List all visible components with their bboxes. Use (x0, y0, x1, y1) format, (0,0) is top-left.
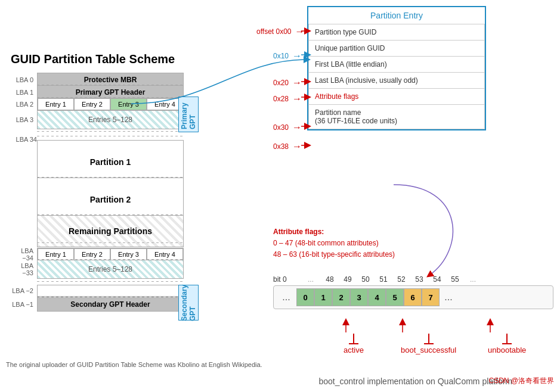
bit-cell-1: 1 (314, 288, 332, 306)
lba-neg33-label: LBA −33 (11, 262, 37, 276)
bit-num-51: 51 (375, 275, 392, 284)
offset-0x00-text: offset 0x00 (256, 27, 292, 36)
lba0-label: LBA 0 (11, 76, 37, 83)
partition-entry-title: Partition Entry (308, 7, 485, 24)
bit-dots-left: ... (276, 292, 296, 303)
active-label: active (344, 346, 364, 354)
offset-0x30-text: 0x30 (273, 123, 289, 132)
secondary-gpt-label: Secondary GPT (178, 285, 199, 321)
bit-cell-7: 7 (422, 288, 440, 306)
entry4-sec-cell: Entry 4 (147, 248, 183, 260)
bit-label: bit 0 (273, 275, 301, 284)
active-label-container: active (344, 334, 364, 354)
entry1-cell: Entry 1 (38, 98, 74, 110)
bit-num-49: 49 (339, 275, 357, 284)
pe-last-lba: Last LBA (inclusive, usually odd) (309, 73, 485, 89)
entry2-sec-cell: Entry 2 (74, 248, 110, 260)
footer-title: boot_control implementation on QualComm … (319, 377, 513, 386)
pe-attr-flags: Attribute flags (309, 89, 485, 105)
entry2-cell: Entry 2 (74, 98, 110, 110)
attr-flags-line2: 48 – 63 (16-bit type-specific attributes… (273, 250, 395, 259)
lba-neg1-label: LBA −1 (11, 301, 37, 308)
offset-0x38-text: 0x38 (273, 142, 289, 151)
pe-partition-name: Partition name(36 UTF-16LE code units) (309, 105, 485, 129)
lba2-label: LBA 2 (11, 101, 37, 108)
offset-0x10-row: 0x10 → (273, 51, 302, 61)
unbootable-label-container: unbootable (488, 334, 526, 354)
offset-0x30-row: 0x30 → (273, 122, 302, 133)
attr-flags-title: Attribute flags: (273, 228, 324, 236)
bit-num-54: 54 (428, 275, 446, 284)
pe-row-4: Attribute flags (309, 89, 485, 105)
offset-0x20-arrow: → (292, 77, 302, 88)
bit-num-50: 50 (357, 275, 375, 284)
lba1-label: LBA 1 (11, 89, 37, 96)
secondary-header-block: Secondary GPT Header (37, 297, 184, 312)
footer-csdn: CSDN @洛奇看世界 (488, 376, 554, 386)
bit-cell-6: 6 (404, 288, 422, 306)
entry3-cell: Entry 3 (110, 98, 147, 110)
offset-0x28-arrow: → (292, 94, 302, 104)
bit-cell-5: 5 (386, 288, 404, 306)
bit-num-52: 52 (392, 275, 410, 284)
bit-dots-right: ... (440, 292, 457, 303)
bit-cell-4: 4 (368, 288, 386, 306)
offset-0x10-text: 0x10 (273, 52, 289, 60)
bit-ellipsis-left: ... (301, 275, 321, 284)
attr-flags-line1: 0 – 47 (48-bit common attributes) (273, 239, 379, 247)
boot-successful-label: boot_successful (401, 346, 456, 354)
offset-0x00-arrow: → (295, 26, 305, 37)
entry3-sec-cell: Entry 3 (110, 248, 147, 260)
pe-row-1: Unique partition GUID (309, 41, 485, 57)
bit-num-53: 53 (410, 275, 428, 284)
pe-row-0: Partition type GUID (309, 24, 485, 41)
entry4-cell: Entry 4 (147, 98, 183, 110)
lba3-label: LBA 3 (11, 116, 37, 123)
offset-0x38-row: 0x38 → (273, 141, 302, 152)
entries-5-128-secondary: Entries 5–128 (37, 260, 184, 279)
entry1-sec-cell: Entry 1 (38, 248, 74, 260)
boot-successful-label-container: boot_successful (401, 334, 456, 354)
main-title: GUID Partition Table Scheme (11, 52, 175, 66)
offset-0x10-arrow: → (292, 51, 302, 61)
offset-0x28-text: 0x28 (273, 95, 289, 103)
offset-0x20-row: 0x20 → (273, 77, 302, 88)
primary-gpt-label: Primary GPT (178, 97, 199, 132)
bit-ellipsis-right: ... (464, 275, 482, 284)
diagram-container: GUID Partition Table Scheme LBA 0 Protec… (0, 0, 560, 392)
pe-unique-guid: Unique partition GUID (309, 41, 485, 57)
offset-0x30-arrow: → (292, 122, 302, 133)
pe-row-2: First LBA (little endian) (309, 57, 485, 73)
offset-0x38-arrow: → (292, 141, 302, 152)
lba-neg2-label: LBA −2 (11, 287, 37, 294)
footer-attribution: The original uploader of GUID Partition … (6, 361, 262, 368)
pe-type-guid: Partition type GUID (309, 24, 485, 41)
attr-flags-text: Attribute flags: 0 – 47 (48-bit common a… (273, 226, 395, 261)
bit-cell-0: 0 (296, 288, 314, 306)
bit-num-55: 55 (446, 275, 464, 284)
entries-5-128-primary: Entries 5–128 (37, 110, 184, 129)
offset-0x20-text: 0x20 (273, 79, 289, 87)
pe-row-5: Partition name(36 UTF-16LE code units) (309, 105, 485, 129)
offset-0x28-row: 0x28 → (273, 94, 302, 104)
bit-cell-2: 2 (332, 288, 350, 306)
bit-diagram: bit 0 ... 48 49 50 51 52 53 54 55 ... ..… (273, 275, 553, 310)
offset-0x00-row: offset 0x00 → (256, 26, 305, 37)
lba34-label: LBA 34 (11, 136, 41, 143)
bit-num-48: 48 (321, 275, 339, 284)
bit-cell-3: 3 (350, 288, 368, 306)
partition-entry-box: Partition Entry Partition type GUID Uniq… (307, 6, 486, 130)
pe-row-3: Last LBA (inclusive, usually odd) (309, 73, 485, 89)
pe-first-lba: First LBA (little endian) (309, 57, 485, 73)
unbootable-label: unbootable (488, 346, 526, 354)
